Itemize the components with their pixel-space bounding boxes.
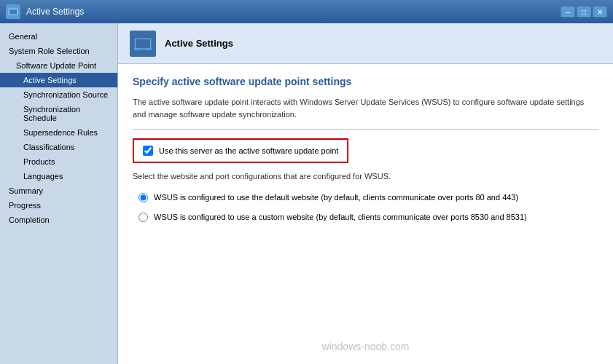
svg-rect-6 [140,50,146,51]
title-bar-title: Active Settings [26,7,84,17]
sidebar-item-general[interactable]: General [0,29,117,44]
sidebar-item-languages[interactable]: Languages [0,169,117,183]
sidebar-item-supersedence-rules[interactable]: Supersedence Rules [0,125,117,140]
header-icon [130,31,156,57]
sidebar-item-summary[interactable]: Summary [0,183,117,198]
main-content: Active Settings Specify active software … [118,23,613,364]
svg-rect-4 [136,39,150,48]
sidebar: GeneralSystem Role SelectionSoftware Upd… [0,23,118,364]
description-text: The active software update point interac… [133,96,598,130]
use-server-checkbox-container[interactable]: Use this server as the active software u… [133,138,348,163]
svg-rect-2 [8,14,18,15]
radio-item-default-website[interactable]: WSUS is configured to use the default we… [138,192,598,203]
page-title: Specify active software update point set… [133,76,598,87]
sub-description: Select the website and port configuratio… [133,172,598,181]
sidebar-item-progress[interactable]: Progress [0,198,117,213]
maximize-button[interactable]: □ [577,6,591,17]
wizard-container: GeneralSystem Role SelectionSoftware Upd… [0,23,613,364]
content-area: Specify active software update point set… [118,64,613,364]
radio-group: WSUS is configured to use the default we… [133,192,598,223]
minimize-button[interactable]: – [561,6,575,17]
sidebar-item-system-role-selection[interactable]: System Role Selection [0,44,117,58]
sidebar-item-synchronization-source[interactable]: Synchronization Source [0,87,117,102]
title-bar: Active Settings – □ ✕ [0,0,613,23]
radio-custom-website[interactable] [138,213,148,222]
sidebar-item-completion[interactable]: Completion [0,213,117,227]
header-bar: Active Settings [118,23,613,64]
radio-default-website[interactable] [138,193,148,202]
close-button[interactable]: ✕ [593,6,607,17]
use-server-label: Use this server as the active software u… [159,146,338,155]
radio-item-custom-website[interactable]: WSUS is configured to use a custom websi… [138,212,598,223]
sidebar-item-products[interactable]: Products [0,154,117,169]
header-title: Active Settings [165,38,233,49]
sidebar-item-active-settings[interactable]: Active Settings [0,73,117,87]
title-bar-controls: – □ ✕ [561,6,607,17]
svg-rect-1 [9,9,17,14]
radio-custom-website-label: WSUS is configured to use a custom websi… [154,212,527,223]
sidebar-item-synchronization-schedule[interactable]: Synchronization Schedule [0,102,117,125]
use-server-checkbox[interactable] [143,146,153,156]
radio-default-website-label: WSUS is configured to use the default we… [154,192,518,203]
sidebar-item-classifications[interactable]: Classifications [0,140,117,154]
title-bar-icon [6,4,20,19]
sidebar-item-software-update-point[interactable]: Software Update Point [0,58,117,73]
